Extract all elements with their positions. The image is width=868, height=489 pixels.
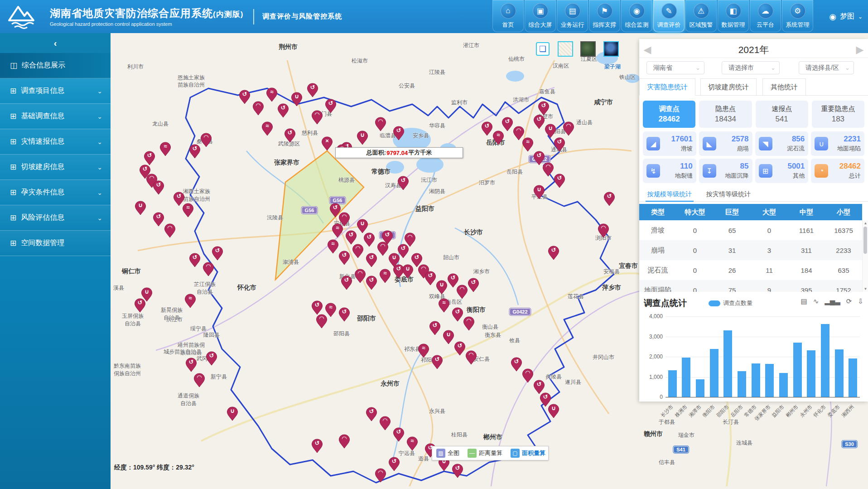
bar-娄底市[interactable] xyxy=(835,349,844,397)
hazard-marker[interactable]: ↺ xyxy=(454,341,466,356)
hazard-stat-其他[interactable]: ⊞5001其他 xyxy=(755,159,809,183)
hazard-stat-滑坡[interactable]: ◢17601滑坡 xyxy=(643,131,696,156)
nav-item-综合大屏[interactable]: ▣综合大屏 xyxy=(525,0,556,32)
hazard-marker[interactable]: ≈ xyxy=(438,298,450,313)
year-next-button[interactable]: ▶ xyxy=(852,42,868,58)
hazard-stat-地面沉降[interactable]: ↧85地面沉降 xyxy=(699,159,752,183)
scrollbar-thumb[interactable] xyxy=(863,227,867,254)
hazard-marker[interactable]: ↺ xyxy=(511,357,522,372)
refresh-icon[interactable]: ⟳ xyxy=(846,297,852,305)
hazard-marker[interactable]: ↺ xyxy=(206,351,217,366)
bar-永州市[interactable] xyxy=(807,350,815,397)
hazard-marker[interactable]: ↺ xyxy=(277,103,289,118)
basemap-satellite-thumbnail[interactable] xyxy=(580,41,596,57)
measure-close-marker[interactable]: × xyxy=(321,136,333,151)
tab-其他统计[interactable]: 其他统计 xyxy=(762,78,806,96)
layer-switcher-button[interactable]: ❏ xyxy=(536,42,550,56)
hazard-marker[interactable]: ↺ xyxy=(538,101,550,116)
basemap-globe-thumbnail[interactable] xyxy=(603,41,619,57)
hazard-marker[interactable]: ◠ xyxy=(404,232,416,247)
download-icon[interactable]: ⇩ xyxy=(858,297,863,305)
nav-item-数据管理[interactable]: ◧数据管理 xyxy=(718,0,749,32)
hazard-marker[interactable]: ◠ xyxy=(316,314,328,329)
hazard-marker[interactable]: ↺ xyxy=(424,271,436,286)
hazard-marker[interactable]: ∪ xyxy=(545,124,556,138)
hazard-marker[interactable]: ↺ xyxy=(212,246,223,261)
hazard-marker[interactable]: ◠ xyxy=(375,468,386,483)
hazard-marker[interactable]: ↺ xyxy=(381,230,393,245)
sidebar-item-调查项目信息[interactable]: ⊞调查项目信息⌄ xyxy=(0,78,111,104)
bar-株洲市[interactable] xyxy=(682,358,690,397)
hazard-marker[interactable]: ∪ xyxy=(357,219,368,233)
hazard-marker[interactable]: ↺ xyxy=(393,126,405,140)
bar-chart-icon[interactable]: ▂▅▃ xyxy=(825,297,840,305)
nav-item-调查评价[interactable]: ✎调查评价 xyxy=(653,0,685,32)
hazard-marker[interactable]: ↺ xyxy=(307,83,318,97)
hazard-marker[interactable]: ≈ xyxy=(522,137,534,152)
hazard-marker[interactable]: ≈ xyxy=(182,203,194,218)
eye-icon[interactable]: ◉ xyxy=(829,12,836,22)
stat-box-重要隐患点[interactable]: 重要隐患点183 xyxy=(812,101,864,128)
hazard-marker[interactable]: ∪ xyxy=(141,287,153,302)
hazard-marker[interactable]: ↺ xyxy=(429,321,441,335)
hazard-marker[interactable]: ↺ xyxy=(554,174,565,188)
region-select-1[interactable]: 请选择市⌄ xyxy=(722,61,780,74)
chart-legend[interactable]: 调查点数量 xyxy=(709,299,752,307)
hazard-marker[interactable]: ≈ xyxy=(261,121,273,136)
scroll-up-icon[interactable]: ▲ xyxy=(863,221,868,225)
hazard-marker[interactable]: ↺ xyxy=(481,121,493,136)
hazard-marker[interactable]: ◠ xyxy=(379,416,391,431)
line-chart-icon[interactable]: ∿ xyxy=(813,297,819,305)
hazard-marker[interactable]: ↺ xyxy=(397,176,409,190)
stat-box-调查点[interactable]: 调查点28462 xyxy=(643,101,695,128)
hazard-marker[interactable]: ↺ xyxy=(603,192,615,206)
region-select-0[interactable]: 湖南省⌄ xyxy=(646,61,704,74)
hazard-marker[interactable]: ↺ xyxy=(431,355,443,369)
hazard-marker[interactable]: ↺ xyxy=(311,300,323,315)
hazard-marker[interactable]: ↺ xyxy=(189,144,201,159)
region-select-2[interactable]: 请选择县/区⌄ xyxy=(799,61,854,74)
hazard-marker[interactable]: ↺ xyxy=(284,128,296,143)
hazard-marker[interactable]: ◠ xyxy=(354,269,366,283)
map-tool-面积量算[interactable]: ▢面积量算 xyxy=(506,449,550,458)
hazard-marker[interactable]: ∪ xyxy=(533,185,545,199)
hazard-stat-地裂缝[interactable]: ↯110地裂缝 xyxy=(643,159,696,183)
hazard-marker[interactable]: ↺ xyxy=(388,457,400,471)
user-menu[interactable]: ◉ 梦图 ⌄ xyxy=(829,0,863,33)
hazard-marker[interactable]: ∪ xyxy=(436,280,448,295)
tab-切坡建房统计[interactable]: 切坡建房统计 xyxy=(700,78,757,96)
hazard-marker[interactable]: ↺ xyxy=(554,137,565,152)
hazard-marker[interactable]: ≈ xyxy=(379,269,391,283)
hazard-marker[interactable]: ◠ xyxy=(456,285,468,299)
hazard-marker[interactable]: ∪ xyxy=(291,92,303,107)
table-row[interactable]: 地面塌陷07593951752 xyxy=(639,280,862,292)
year-prev-button[interactable]: ◀ xyxy=(639,42,656,58)
hazard-marker[interactable]: ↺ xyxy=(325,99,337,113)
hazard-marker[interactable]: ↺ xyxy=(468,278,479,292)
bar-湘潭市[interactable] xyxy=(696,379,704,397)
hazard-marker[interactable]: ◠ xyxy=(598,223,609,238)
hazard-marker[interactable]: ◠ xyxy=(193,373,205,387)
hazard-stat-地面塌陷[interactable]: ∪2231地面塌陷 xyxy=(811,131,864,156)
hazard-marker[interactable]: ↺ xyxy=(144,151,155,165)
hazard-marker[interactable]: ◠ xyxy=(465,350,477,365)
bar-郴州市[interactable] xyxy=(793,343,802,397)
hazard-marker[interactable]: ↺ xyxy=(452,464,463,478)
hazard-marker[interactable]: ↺ xyxy=(341,276,352,290)
sidebar-item-综合信息展示[interactable]: ◫综合信息展示 xyxy=(0,53,111,78)
table-scrollbar[interactable]: ▲ ▼ xyxy=(862,220,868,292)
scroll-down-icon[interactable]: ▼ xyxy=(863,287,868,291)
hazard-marker[interactable]: ◠ xyxy=(164,223,176,238)
hazard-marker[interactable]: ◠ xyxy=(311,110,323,125)
basemap-street-thumbnail[interactable] xyxy=(558,41,573,57)
sidebar-item-切坡建房信息[interactable]: ⊞切坡建房信息⌄ xyxy=(0,155,111,180)
hazard-marker[interactable]: ∪ xyxy=(227,407,238,421)
hazard-marker[interactable]: ↺ xyxy=(502,117,513,131)
nav-item-业务运行[interactable]: ▤业务运行 xyxy=(557,0,588,32)
hazard-marker[interactable]: ↺ xyxy=(311,439,323,453)
bar-益阳市[interactable] xyxy=(779,373,788,397)
subtab-按规模等级统计[interactable]: 按规模等级统计 xyxy=(641,188,698,201)
bar-常德市[interactable] xyxy=(752,363,760,397)
hazard-marker[interactable]: ↺ xyxy=(189,253,201,267)
hazard-marker[interactable]: ◠ xyxy=(352,244,364,258)
